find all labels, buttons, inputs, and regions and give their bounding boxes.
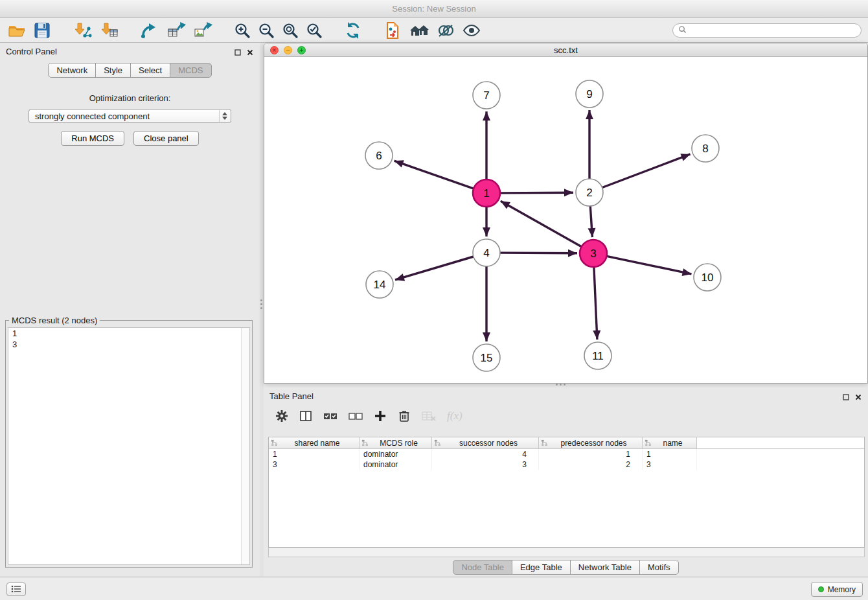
criterion-dropdown-value: strongly connected component [35,111,150,121]
edge-3-10[interactable] [607,256,692,274]
zoom-out-icon[interactable] [258,22,275,39]
tab-edge-table[interactable]: Edge Table [512,560,571,575]
tab-select[interactable]: Select [130,63,170,78]
edge-4-14[interactable] [395,257,474,280]
table-body: 1dominator4113dominator323 [269,449,864,470]
tab-network[interactable]: Network [48,63,96,78]
edge-2-8[interactable] [602,154,691,188]
column-header-predecessor-nodes[interactable]: predecessor nodes [539,437,643,449]
table-cell: dominator [360,459,432,470]
show-details-eye-icon[interactable] [462,23,481,38]
tab-motifs[interactable]: Motifs [639,560,679,575]
table-row[interactable]: 3dominator323 [269,459,864,470]
show-columns-icon[interactable] [299,410,312,422]
zoom-fit-icon[interactable] [282,22,299,39]
table-row[interactable]: 1dominator411 [269,449,864,459]
edge-1-2[interactable] [500,192,573,193]
graph-node-15[interactable]: 15 [473,344,500,371]
memory-label: Memory [828,585,856,594]
svg-text:14: 14 [374,279,386,291]
import-network-icon[interactable] [73,21,92,40]
column-type-icon [645,439,652,446]
save-session-icon[interactable] [33,21,51,40]
column-header-successor-nodes[interactable]: successor nodes [432,437,539,449]
close-window-icon[interactable] [270,46,279,54]
graph-node-4[interactable]: 4 [473,239,500,266]
graph-node-2[interactable]: 2 [576,179,603,206]
svg-text:4: 4 [483,247,489,259]
add-column-icon[interactable] [374,410,387,422]
open-folder-icon[interactable] [8,21,26,40]
tab-style[interactable]: Style [95,63,131,78]
export-network-icon[interactable] [140,21,159,40]
mcds-result-item[interactable]: 1 [8,328,249,339]
edge-1-6[interactable] [394,161,474,189]
graph-node-9[interactable]: 9 [576,80,603,108]
float-panel-icon[interactable] [843,391,849,403]
memory-button[interactable]: Memory [811,582,863,597]
maximize-window-icon[interactable] [297,46,306,54]
graph-node-7[interactable]: 7 [473,82,500,109]
horizontal-splitter[interactable] [556,384,565,386]
graph-node-10[interactable]: 10 [694,264,721,291]
zoom-selected-icon[interactable] [306,22,323,39]
svg-text:15: 15 [481,352,493,364]
float-panel-icon[interactable] [234,47,241,58]
column-header-filler [697,437,864,449]
node-table: shared nameMCDS rolesuccessor nodesprede… [268,437,865,548]
tab-network-table[interactable]: Network Table [570,560,640,575]
style-document-icon[interactable] [383,21,402,40]
graph-node-8[interactable]: 8 [692,135,719,162]
refresh-view-icon[interactable] [344,21,362,40]
table-scrollbar[interactable] [268,548,865,557]
tab-node-table[interactable]: Node Table [453,560,512,575]
network-graph[interactable]: 1234678910111415 [264,57,867,383]
mcds-result-item[interactable]: 3 [8,339,249,350]
export-image-icon[interactable] [193,21,212,40]
filter-style-icon[interactable] [437,21,455,40]
delete-columns-icon[interactable] [398,410,411,422]
edge-3-11[interactable] [594,267,597,340]
minimize-window-icon[interactable] [284,46,292,54]
graph-node-14[interactable]: 14 [366,271,393,298]
import-table-icon[interactable] [99,21,119,40]
column-type-icon [271,439,278,446]
graph-node-11[interactable]: 11 [584,342,611,369]
criterion-dropdown[interactable]: strongly connected component [29,109,231,123]
edge-2-3[interactable] [590,206,592,237]
close-panel-icon[interactable] [247,47,253,58]
export-table-icon[interactable] [166,21,186,40]
unselect-all-columns-icon[interactable] [348,411,363,421]
svg-text:11: 11 [592,350,604,362]
network-window-titlebar[interactable]: scc.txt [264,43,867,57]
column-header-name[interactable]: name [643,437,697,449]
function-builder-icon: f(x) [447,410,463,422]
select-all-columns-icon[interactable] [323,411,337,421]
close-panel-button[interactable]: Close panel [133,131,199,146]
window-titlebar: Session: New Session [0,0,868,18]
graph-node-3[interactable]: 3 [580,240,607,267]
search-input[interactable] [690,25,861,36]
graph-node-1[interactable]: 1 [473,179,500,207]
zoom-in-icon[interactable] [234,22,251,39]
table-cell: 1 [643,449,697,459]
run-mcds-button[interactable]: Run MCDS [61,131,124,146]
show-panels-button[interactable] [6,583,26,596]
graph-node-6[interactable]: 6 [365,142,393,169]
tab-mcds[interactable]: MCDS [170,63,211,78]
search-icon [678,25,687,36]
settings-gear-icon[interactable] [275,410,288,422]
svg-text:3: 3 [590,248,596,260]
result-scrollbar[interactable] [241,328,249,564]
close-panel-icon[interactable] [855,391,862,403]
mcds-result-list[interactable]: 13 [8,327,250,565]
edge-3-1[interactable] [501,201,582,246]
table-tabs: Node TableEdge TableNetwork TableMotifs [264,560,868,575]
table-cell: 3 [432,459,539,470]
network-canvas[interactable]: 1234678910111415 [264,57,867,383]
column-header-MCDS-role[interactable]: MCDS role [360,437,432,449]
home-layout-icon[interactable] [409,21,429,40]
edge-4-3[interactable] [500,253,577,253]
column-header-shared-name[interactable]: shared name [269,437,360,449]
search-field[interactable] [672,23,862,38]
